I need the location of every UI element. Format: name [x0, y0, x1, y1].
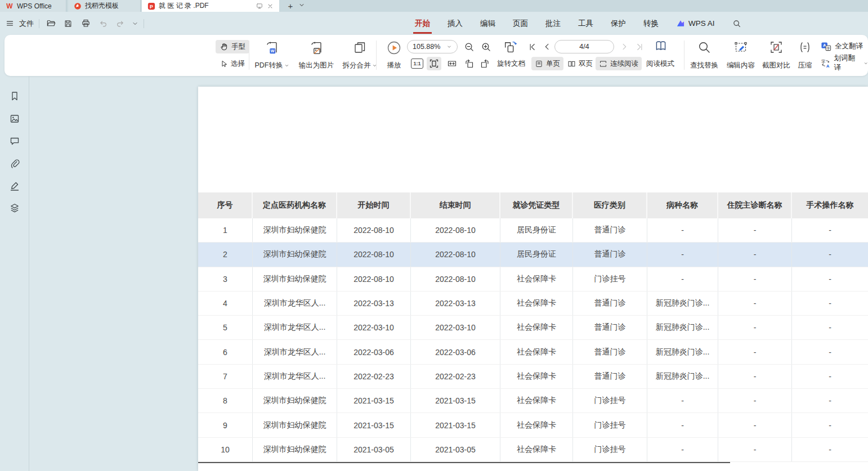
- search-menu-icon[interactable]: [732, 19, 741, 28]
- menu-item-4[interactable]: 页面: [513, 19, 528, 29]
- undo-icon: [99, 19, 108, 28]
- fit-page-icon: [429, 59, 439, 69]
- menu-item-6[interactable]: 工具: [578, 19, 593, 29]
- find-replace-icon: [697, 41, 711, 54]
- menu-item-8[interactable]: 转换: [643, 19, 659, 29]
- page-organize-button[interactable]: [501, 39, 519, 55]
- zoom-in-button[interactable]: [478, 40, 493, 53]
- quick-access-chevron-icon[interactable]: [132, 20, 138, 27]
- table-cell: 2022-03-10: [411, 316, 500, 339]
- wps-ai-button[interactable]: WPS AI: [676, 19, 715, 28]
- table-cell: 深圳市妇幼保健院: [253, 438, 337, 461]
- save-icon: [64, 19, 73, 28]
- pdf-convert-button[interactable]: W PDF转换: [250, 39, 293, 72]
- table-cell: 9: [198, 413, 253, 437]
- menu-item-7[interactable]: 保护: [611, 19, 626, 29]
- single-page-button[interactable]: 单页: [531, 57, 563, 70]
- menu-item-2[interactable]: 插入: [448, 19, 463, 29]
- zoom-out-icon: [464, 42, 475, 52]
- find-replace-label: 查找替换: [690, 61, 718, 70]
- table-cell: 新冠肺炎门诊...: [647, 340, 718, 364]
- tab-docer-templates[interactable]: 找稻壳模板: [68, 0, 141, 12]
- close-tab-icon[interactable]: [267, 3, 274, 10]
- table-cell: 2021-03-15: [337, 389, 411, 412]
- folder-open-icon: [46, 19, 56, 28]
- hand-tool-button[interactable]: 手型: [216, 40, 249, 53]
- screenshot-compare-button[interactable]: 截图对比: [759, 39, 794, 72]
- zoom-level-select[interactable]: 105.88%: [407, 40, 458, 53]
- new-tab-button[interactable]: +: [284, 0, 297, 12]
- select-tool-button[interactable]: 选择: [216, 57, 249, 70]
- table-cell: 普通门诊: [573, 365, 647, 388]
- find-replace-button[interactable]: 查找替换: [687, 39, 722, 72]
- table-cell: 社会保障卡: [500, 267, 573, 291]
- signature-panel-button[interactable]: [8, 180, 21, 192]
- rotate-left-button[interactable]: [462, 57, 476, 70]
- word-translate-button[interactable]: 字 A 划词翻译: [821, 57, 868, 69]
- window-tab-bar: W WPS Office 找稻壳模板 P 就 医 记 录 .PDF +: [0, 0, 868, 12]
- read-mode-button[interactable]: [652, 38, 670, 54]
- table-cell: 2022-03-10: [337, 316, 411, 339]
- table-cell: 2021-03-15: [411, 389, 500, 412]
- next-page-button[interactable]: [618, 41, 630, 52]
- last-page-button[interactable]: [633, 41, 646, 52]
- edit-content-button[interactable]: 编辑内容: [723, 39, 758, 72]
- layers-panel-button[interactable]: [8, 202, 21, 214]
- tab-list-chevron-icon[interactable]: [298, 2, 305, 8]
- table-cell: -: [718, 267, 792, 291]
- rotate-document-label: 旋转文档: [497, 59, 525, 69]
- print-button[interactable]: [79, 17, 92, 30]
- attachments-panel-button[interactable]: [8, 158, 21, 170]
- table-cell: 6: [198, 340, 253, 364]
- rotate-right-button[interactable]: [478, 57, 493, 70]
- redo-button[interactable]: [114, 17, 127, 30]
- table-cell: 居民身份证: [500, 218, 573, 242]
- table-cell: 2022-08-10: [337, 267, 411, 291]
- page-number-input[interactable]: [554, 40, 614, 53]
- previous-page-button[interactable]: [541, 41, 553, 52]
- bookmarks-panel-button[interactable]: [8, 90, 21, 102]
- table-cell: 2021-03-15: [411, 413, 500, 437]
- thumbnails-panel-button[interactable]: [8, 113, 21, 125]
- export-as-image-button[interactable]: 输出为图片: [294, 39, 338, 72]
- file-menu-button[interactable]: 文件: [19, 19, 34, 29]
- full-translate-button[interactable]: A 字 全文翻译: [821, 40, 863, 52]
- table-cell: 社会保障卡: [500, 365, 573, 388]
- full-translate-icon: A 字: [821, 41, 831, 52]
- monitor-icon[interactable]: [256, 2, 263, 10]
- pdf-page[interactable]: 序号定点医药机构名称开始时间结束时间就诊凭证类型医疗类别病种名称住院主诊断名称手…: [198, 87, 868, 471]
- first-page-button[interactable]: [526, 41, 538, 52]
- undo-button[interactable]: [97, 17, 109, 30]
- bookmark-icon: [9, 91, 20, 102]
- main-menu-icon[interactable]: [6, 19, 14, 28]
- open-file-button[interactable]: [44, 17, 57, 30]
- comments-panel-button[interactable]: [8, 135, 21, 147]
- rotate-document-button[interactable]: 旋转文档: [494, 57, 529, 70]
- table-cell: 普通门诊: [573, 340, 647, 364]
- continuous-read-button[interactable]: 连续阅读: [596, 57, 642, 70]
- menu-item-1[interactable]: 开始: [415, 19, 430, 29]
- menu-item-5[interactable]: 批注: [545, 19, 561, 29]
- fit-page-button[interactable]: [427, 57, 441, 70]
- pdf-convert-label: PDF转换: [255, 61, 283, 70]
- play-button[interactable]: 播放: [380, 39, 408, 72]
- save-button[interactable]: [62, 17, 74, 30]
- header-cell: 开始时间: [337, 192, 411, 218]
- screenshot-compare-icon: [769, 41, 783, 54]
- actual-size-button[interactable]: 1:1: [411, 59, 423, 69]
- table-cell: 社会保障卡: [500, 438, 573, 461]
- zoom-out-button[interactable]: [462, 40, 476, 53]
- menu-items: 开始插入编辑页面批注工具保护转换 WPS AI: [415, 12, 741, 35]
- quick-access-group: 文件: [6, 12, 144, 35]
- split-merge-button[interactable]: 拆分合并: [339, 39, 381, 72]
- menu-item-3[interactable]: 编辑: [480, 19, 495, 29]
- wps-logo-icon: W: [6, 2, 14, 10]
- table-row: 7深圳市龙华区人...2022-02-232022-02-23社会保障卡普通门诊…: [198, 365, 868, 389]
- table-cell: -: [718, 218, 792, 242]
- compress-button[interactable]: 压缩: [793, 39, 817, 72]
- pdf-file-icon: P: [147, 2, 155, 10]
- tab-wps-home[interactable]: W WPS Office: [0, 0, 66, 12]
- fit-width-button[interactable]: [445, 57, 459, 70]
- tab-document-active[interactable]: P 就 医 记 录 .PDF: [142, 0, 279, 12]
- read-mode-toggle[interactable]: 阅读模式: [643, 57, 678, 70]
